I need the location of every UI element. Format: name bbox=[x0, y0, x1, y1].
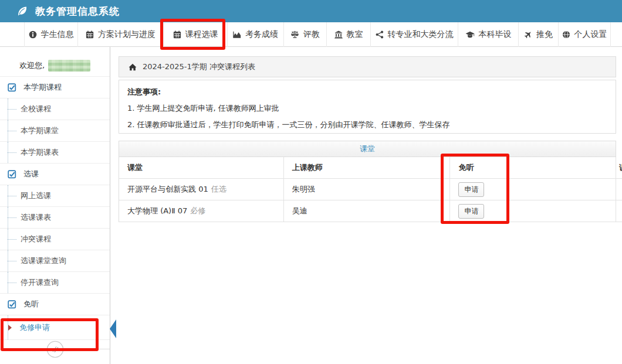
app-title: 教务管理信息系统 bbox=[35, 5, 120, 18]
sidebar-footer bbox=[0, 340, 110, 359]
nav-item-teaching-evaluation[interactable]: 评教 bbox=[283, 22, 326, 47]
nav-item-plan-progress[interactable]: 方案计划与进度 bbox=[77, 22, 163, 47]
sidebar-item-label: 全校课程 bbox=[21, 104, 51, 114]
area-chart-icon bbox=[233, 30, 241, 39]
welcome-row: 欢迎您, bbox=[0, 55, 110, 77]
sidebar-item-label: 停开课查询 bbox=[21, 277, 59, 288]
plane-icon bbox=[524, 30, 532, 39]
exempt-cell: 申请 bbox=[450, 200, 616, 222]
nav-item-classroom[interactable]: 教室 bbox=[326, 22, 370, 47]
sidebar-item-label: 冲突课程 bbox=[21, 234, 51, 244]
teacher-cell: 吴迪 bbox=[284, 200, 451, 222]
sidebar-item-cancelled-course-query[interactable]: 停开课查询 bbox=[0, 272, 110, 294]
sidebar-collapse-arrow-icon[interactable] bbox=[110, 319, 116, 338]
course-cell: 大学物理 (A)Ⅱ 07 必修 bbox=[119, 200, 284, 222]
nav-item-label: 推免 bbox=[536, 29, 553, 40]
sidebar-section-label: 本学期课程 bbox=[23, 82, 62, 93]
bank-icon bbox=[334, 30, 343, 39]
course-type-tag: 必修 bbox=[190, 206, 205, 216]
scales-icon bbox=[290, 30, 299, 39]
sidebar-item-label: 选课课表 bbox=[21, 212, 51, 223]
conflict-course-table: 课堂 课堂 上课教师 免听 课 开源平台与创新实践 01 任选 朱明强 申请 大… bbox=[119, 141, 622, 224]
nav-item-label: 教室 bbox=[347, 29, 363, 40]
sidebar-item-current-term-classes[interactable]: 本学期课堂 bbox=[0, 120, 110, 142]
breadcrumb-text: 2024-2025-1学期 冲突课程列表 bbox=[143, 62, 255, 72]
redacted-username bbox=[48, 60, 90, 72]
globe-icon bbox=[562, 30, 570, 39]
sidebar-section-label: 免听 bbox=[23, 299, 39, 309]
course-cell: 开源平台与创新实践 01 任选 bbox=[119, 179, 284, 200]
nav-item-label: 方案计划与进度 bbox=[98, 29, 156, 40]
checkbox-icon bbox=[8, 83, 16, 92]
apply-button[interactable]: 申请 bbox=[458, 182, 484, 197]
table-group-header: 课堂 bbox=[119, 141, 616, 157]
course-type-tag: 任选 bbox=[211, 184, 227, 195]
notes-line: 1. 学生网上提交免听申请, 任课教师网上审批 bbox=[127, 103, 607, 114]
nav-item-label: 评教 bbox=[303, 29, 320, 40]
nav-item-label: 学生信息 bbox=[41, 29, 74, 40]
edu-admin-system-page: { "app": { "title": "教务管理信息系统" }, "color… bbox=[0, 0, 622, 364]
calendar-icon bbox=[86, 30, 94, 39]
nav-item-label: 考务成绩 bbox=[245, 29, 278, 40]
sidebar-item-exemption-application[interactable]: 免修申请 bbox=[0, 315, 110, 340]
clipped-cell bbox=[616, 200, 622, 222]
apply-button[interactable]: 申请 bbox=[458, 204, 484, 219]
nav-item-label: 转专业和大类分流 bbox=[388, 29, 454, 40]
nav-item-major-transfer[interactable]: 转专业和大类分流 bbox=[370, 22, 458, 47]
sidebar-section-label: 选课 bbox=[23, 169, 39, 179]
main-navbar: 学生信息 方案计划与进度 课程选课 考务成绩 评教 教室 转专业和大类分流 本科… bbox=[0, 22, 622, 47]
nav-item-exam-scores[interactable]: 考务成绩 bbox=[227, 22, 283, 47]
sidebar-item-label: 网上选课 bbox=[21, 190, 51, 201]
checkbox-icon bbox=[8, 300, 16, 309]
info-icon bbox=[29, 30, 37, 39]
sidebar-item-label: 免修申请 bbox=[19, 322, 50, 333]
sidebar: 欢迎您, 本学期课程 全校课程 本学期课堂 本学期课表 选课 网上选课 选课课表… bbox=[0, 47, 110, 364]
breadcrumb: 2024-2025-1学期 冲突课程列表 bbox=[119, 56, 616, 77]
nav-item-label: 个人设置 bbox=[574, 29, 607, 40]
nav-item-personal-settings[interactable]: 个人设置 bbox=[558, 22, 611, 47]
notes-box: 注意事项: 1. 学生网上提交免听申请, 任课教师网上审批 2. 任课教师审批通… bbox=[119, 80, 616, 134]
calendar-icon bbox=[173, 30, 181, 39]
nav-item-label: 本科毕设 bbox=[479, 29, 512, 40]
column-header-classroom: 课堂 bbox=[119, 157, 284, 178]
nav-item-label: 课程选课 bbox=[185, 29, 218, 40]
clipped-cell bbox=[616, 179, 622, 200]
sidebar-item-label: 选课课堂查询 bbox=[21, 256, 66, 266]
sidebar-section-current-term-courses[interactable]: 本学期课程 bbox=[0, 77, 110, 98]
course-name: 开源平台与创新实践 01 bbox=[127, 184, 208, 195]
sidebar-item-label: 本学期课堂 bbox=[21, 125, 59, 136]
exempt-cell: 申请 bbox=[450, 179, 616, 200]
column-header-clipped: 课 bbox=[616, 157, 622, 178]
share-icon bbox=[376, 30, 384, 39]
graduation-cap-icon bbox=[465, 30, 475, 39]
sidebar-item-label: 本学期课表 bbox=[21, 147, 59, 158]
sidebar-item-all-school-courses[interactable]: 全校课程 bbox=[0, 98, 110, 120]
welcome-label: 欢迎您, bbox=[19, 60, 45, 71]
active-bullet-icon bbox=[8, 325, 12, 331]
column-header-exempt: 免听 bbox=[450, 157, 616, 178]
table-header-row: 课堂 上课教师 免听 课 bbox=[119, 157, 622, 179]
sidebar-item-current-term-timetable[interactable]: 本学期课表 bbox=[0, 142, 110, 164]
app-header: 教务管理信息系统 bbox=[0, 0, 622, 22]
nav-item-recommendation-exemption[interactable]: 推免 bbox=[518, 22, 558, 47]
column-header-teacher: 上课教师 bbox=[284, 157, 451, 178]
sidebar-item-selection-timetable[interactable]: 选课课表 bbox=[0, 207, 110, 229]
nav-item-undergrad-thesis[interactable]: 本科毕设 bbox=[458, 22, 518, 47]
sidebar-section-exempt-listening[interactable]: 免听 bbox=[0, 294, 110, 315]
sidebar-item-conflict-courses[interactable]: 冲突课程 bbox=[0, 229, 110, 250]
nav-item-student-info[interactable]: 学生信息 bbox=[24, 22, 77, 47]
sidebar-item-selected-class-query[interactable]: 选课课堂查询 bbox=[0, 250, 110, 272]
leaf-logo-icon bbox=[16, 5, 28, 17]
sidebar-section-course-selection[interactable]: 选课 bbox=[0, 164, 110, 185]
checkbox-icon bbox=[8, 170, 16, 179]
sidebar-item-online-selection[interactable]: 网上选课 bbox=[0, 185, 110, 207]
teacher-cell: 朱明强 bbox=[284, 179, 451, 200]
notes-title: 注意事项: bbox=[127, 87, 607, 97]
home-icon[interactable] bbox=[129, 63, 137, 71]
table-row: 开源平台与创新实践 01 任选 朱明强 申请 bbox=[119, 179, 622, 200]
notes-line: 2. 任课教师审批通过后，学生打印免听申请，一式三份，分别由开课学院、任课教师、… bbox=[127, 120, 607, 130]
edit-pencil-icon[interactable] bbox=[46, 341, 64, 358]
table-row: 大学物理 (A)Ⅱ 07 必修 吴迪 申请 bbox=[119, 200, 622, 222]
nav-item-course-selection[interactable]: 课程选课 bbox=[163, 22, 227, 47]
course-name: 大学物理 (A)Ⅱ 07 bbox=[127, 206, 187, 216]
